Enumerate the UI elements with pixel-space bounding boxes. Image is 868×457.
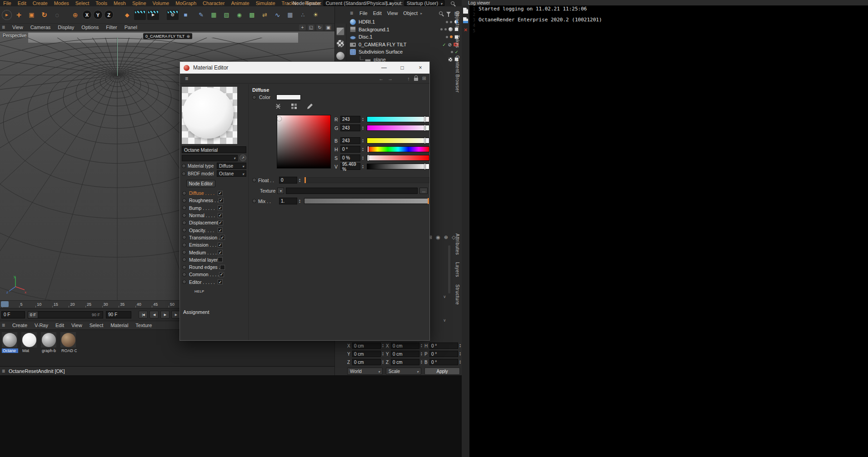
render-settings-button[interactable]: ⚙ xyxy=(167,10,179,20)
camera-tag[interactable]: 0_CAMERA FLY TILT ⊕ xyxy=(143,33,192,39)
mograph-effector-button[interactable]: ◉ xyxy=(234,10,245,20)
channel-row[interactable]: Editor . . . . . xyxy=(180,278,223,286)
component-gradient-slider[interactable] xyxy=(367,146,429,152)
menu-item[interactable]: Select xyxy=(72,0,93,6)
panel-tab[interactable]: Structure xyxy=(455,284,460,305)
move-tool[interactable]: + xyxy=(13,10,25,20)
keyframe-dot[interactable] xyxy=(182,164,186,168)
component-gradient-slider[interactable] xyxy=(367,116,429,122)
mograph-matrix-button[interactable]: ▧ xyxy=(221,10,232,20)
keyframe-dot[interactable] xyxy=(182,172,186,176)
clear-log-icon[interactable]: × xyxy=(464,27,468,33)
material-thumb[interactable]: Octane xyxy=(2,332,18,364)
menu-item[interactable]: Character xyxy=(200,0,228,6)
add-cube-button[interactable]: ■ xyxy=(180,10,191,20)
frame-slider[interactable]: 0 F 90 F xyxy=(28,311,103,318)
particles-button[interactable]: ∴ xyxy=(297,10,309,20)
keyframe-dot[interactable] xyxy=(182,199,186,203)
maximize-button[interactable]: □ xyxy=(393,62,411,74)
channel-label[interactable]: Diffuse . . . . xyxy=(189,190,218,196)
fields-button[interactable]: ▩ xyxy=(246,10,258,20)
coordinate-system-button[interactable]: ◆ xyxy=(121,10,133,20)
keyframe-dot[interactable] xyxy=(252,199,256,203)
scroll-chevron-icon[interactable]: ∨ xyxy=(443,318,446,323)
material-thumb[interactable]: ROAD C xyxy=(60,332,77,364)
add-node-icon[interactable]: ⊞ xyxy=(422,75,426,81)
menu-item[interactable]: Volume xyxy=(150,0,173,6)
rotate-tool[interactable]: ↻ xyxy=(39,10,50,20)
material-type-dropdown[interactable]: Diffuse xyxy=(217,163,246,169)
forward-icon[interactable]: → xyxy=(388,76,393,81)
node-editor-button[interactable]: Node Editor xyxy=(186,180,215,187)
color-picker-marker[interactable] xyxy=(277,117,281,121)
menu-item[interactable]: Create xyxy=(30,0,51,6)
component-gradient-slider[interactable] xyxy=(367,164,429,169)
editor-menu-icon[interactable] xyxy=(185,75,190,82)
viewport-menu-item[interactable]: Options xyxy=(78,25,102,30)
channel-label[interactable]: Emission . . . xyxy=(189,242,218,248)
pick-material-button[interactable]: ↗ xyxy=(239,154,246,161)
spinner[interactable] xyxy=(362,117,364,122)
channel-checkbox[interactable] xyxy=(218,205,223,210)
channel-checkbox[interactable] xyxy=(218,243,223,248)
menu-item[interactable]: Edit xyxy=(15,0,30,6)
material-name-field[interactable]: Octane Material xyxy=(182,146,246,153)
rotation-field[interactable]: 0 ° xyxy=(429,351,458,357)
slider-handle[interactable] xyxy=(428,198,429,204)
spinner[interactable] xyxy=(421,343,422,348)
channel-checkbox[interactable] xyxy=(220,265,225,270)
viewport-menu-item[interactable]: Cameras xyxy=(27,25,55,30)
object-name[interactable]: HDRI.1 xyxy=(359,19,375,25)
prev-frame-button[interactable]: ◀ xyxy=(150,311,159,318)
layout-dropdown[interactable]: Startup (User) xyxy=(404,0,444,6)
render-view-button[interactable] xyxy=(134,10,146,20)
spinner[interactable] xyxy=(459,343,461,348)
slider-handle[interactable] xyxy=(304,177,306,183)
eyedropper-icon[interactable] xyxy=(307,103,313,109)
menu-overflow-icon[interactable]: ▸ xyxy=(286,1,291,5)
spinner[interactable] xyxy=(362,126,364,130)
keyframe-dot[interactable] xyxy=(182,265,186,269)
mix-field[interactable]: 1. xyxy=(279,198,297,204)
keyframe-dot[interactable] xyxy=(182,273,186,277)
texture-browse-button[interactable]: ... xyxy=(419,188,428,194)
spinner[interactable] xyxy=(382,360,384,364)
viewport-menu-item[interactable]: Filter xyxy=(102,25,120,30)
color-swatch[interactable] xyxy=(276,94,301,100)
object-tag-icon[interactable] xyxy=(448,42,452,47)
object-row[interactable]: Subdivision Surface xyxy=(347,48,461,56)
keyframe-dot[interactable] xyxy=(252,178,256,182)
object-manager-menu-item[interactable]: Object xyxy=(400,10,420,16)
keyframe-dot[interactable] xyxy=(182,235,186,239)
channel-label[interactable]: Round edges . xyxy=(189,264,220,270)
object-row[interactable]: 0_CAMERA FLY TILT xyxy=(347,41,461,49)
object-manager-menu-item[interactable]: View xyxy=(384,10,401,16)
keyframe-dot[interactable] xyxy=(182,191,186,195)
rotation-field[interactable]: 0 ° xyxy=(429,343,458,349)
material-thumb[interactable]: Mat xyxy=(21,332,38,364)
checker-sphere-icon[interactable] xyxy=(336,40,344,48)
viewport-menu-item[interactable]: Display xyxy=(54,25,78,30)
close-button[interactable]: × xyxy=(411,62,429,74)
channel-label[interactable]: Opacity. . . . xyxy=(189,228,218,233)
texture-dropdown-button[interactable] xyxy=(277,188,284,194)
object-search-icon[interactable] xyxy=(439,11,443,15)
x-axis-lock-button[interactable]: X xyxy=(82,10,92,20)
channel-checkbox[interactable] xyxy=(219,272,224,277)
object-tag-icon[interactable] xyxy=(444,28,447,30)
array-button[interactable]: ▦ xyxy=(284,10,296,20)
brdf-model-dropdown[interactable]: Octane xyxy=(217,170,246,177)
channel-row[interactable]: Medium . . . . xyxy=(180,248,223,256)
material-thumb[interactable]: graph-b xyxy=(41,332,57,364)
world-dropdown[interactable]: World xyxy=(347,368,383,375)
component-value-field[interactable]: 243 xyxy=(340,116,360,123)
object-manager-menu-item[interactable]: File xyxy=(357,10,370,16)
keyframe-dot[interactable] xyxy=(182,214,186,218)
channel-checkbox[interactable] xyxy=(218,228,223,233)
deformer-button[interactable]: ⇄ xyxy=(259,10,270,20)
toggle-view-icon[interactable]: ▣ xyxy=(325,25,332,30)
viewport-menu-icon[interactable] xyxy=(2,24,7,30)
material-menu-item[interactable]: Edit xyxy=(52,323,68,328)
material-editor-titlebar[interactable]: Material Editor — □ × xyxy=(180,62,429,74)
log-export-icon[interactable] xyxy=(463,17,468,23)
